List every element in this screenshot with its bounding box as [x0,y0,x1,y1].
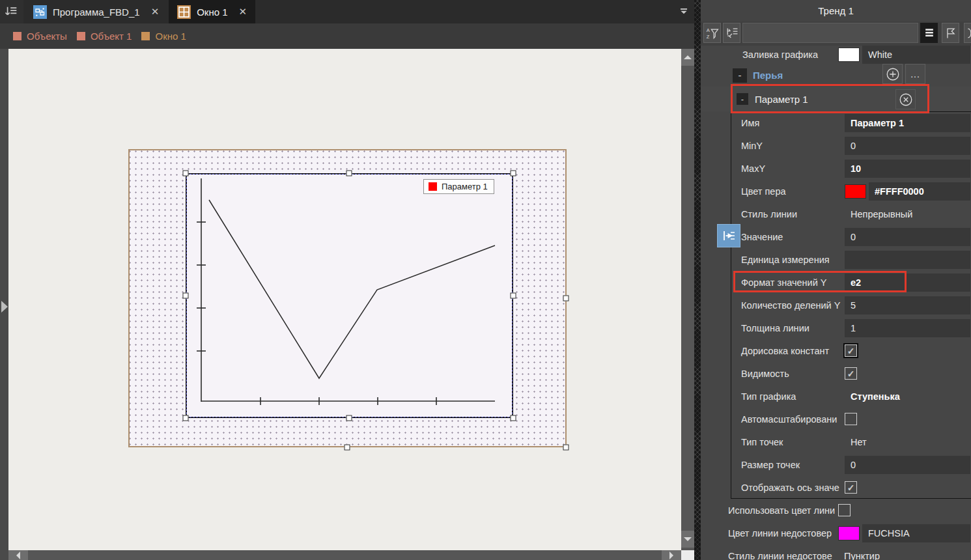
property-value-field[interactable]: 1 [845,319,970,337]
checkbox[interactable]: ✓ [845,344,857,357]
property-row: Толщина линии1 [701,316,971,339]
resize-handle[interactable] [511,415,516,421]
value-binding-button[interactable] [717,224,740,247]
collapse-button[interactable]: - [733,68,747,83]
tab-2[interactable]: Окно 1✕ [169,0,255,23]
resize-handle[interactable] [345,445,350,451]
resize-handle[interactable] [563,445,569,451]
chart-legend: Параметр 1 [423,179,494,194]
tab-close-icon[interactable]: ✕ [151,6,160,18]
property-label: Автомасштабировани [701,414,845,425]
property-value[interactable]: Ступенька [845,391,900,402]
design-canvas[interactable]: Параметр 1 [8,49,681,550]
panel-toolbar: A Z [701,21,971,46]
horizontal-scrollbar[interactable] [8,550,681,560]
tab-bar-spacer [255,0,673,23]
panel-splitter[interactable] [694,0,701,560]
left-panel-expander[interactable] [1,301,8,313]
breadcrumb-item[interactable]: Окно 1 [141,31,186,42]
fill-color-swatch[interactable] [838,48,860,62]
navigator-toggle-button[interactable] [0,0,23,23]
color-swatch[interactable] [845,184,866,199]
resize-handle[interactable] [346,415,352,421]
delete-pen-button[interactable] [895,89,916,109]
window-icon [177,5,191,19]
pens-group-label: Перья [753,70,783,81]
property-row: ИмяПараметр 1 [701,111,971,134]
checkbox[interactable]: ✓ [845,481,857,494]
pens-more-button[interactable]: ... [905,64,925,84]
triangle-down-icon [684,537,692,541]
scroll-up-button[interactable] [681,49,694,66]
breadcrumb-label: Окно 1 [155,31,186,42]
checkbox[interactable] [838,504,851,516]
property-label: Цвет пера [701,186,845,197]
property-row: MinY0 [701,134,971,157]
add-pen-button[interactable] [882,64,903,84]
property-value-field[interactable]: 0 [845,456,970,474]
tab-overflow-button[interactable] [673,0,694,23]
property-value-field[interactable] [845,251,970,269]
property-value-field[interactable]: Параметр 1 [845,114,970,132]
breadcrumb-swatch-icon [141,32,150,40]
left-panel-strip [0,49,8,560]
scrollbar-track[interactable] [28,550,662,560]
scroll-left-button[interactable] [8,550,28,560]
property-label: Видимость [701,369,845,379]
vertical-scrollbar[interactable] [681,49,694,550]
list-down-arrow-icon [5,5,19,19]
legend-label: Параметр 1 [442,182,488,191]
breadcrumb-item[interactable]: Объекты [13,31,67,42]
list-view-toggle[interactable] [920,23,938,43]
trend-chart-widget[interactable]: Параметр 1 [186,173,513,418]
property-label: Дорисовка констант [701,346,845,356]
checkbox[interactable]: ✓ [845,367,857,380]
pen-row[interactable]: - Параметр 1 [701,87,971,111]
resize-handle[interactable] [511,171,516,176]
property-value-field[interactable]: FUCHSIA [862,524,970,542]
property-value-field[interactable]: 0 [845,228,970,246]
property-label: Имя [701,118,845,128]
binding-list-button[interactable] [723,23,740,43]
tab-1[interactable]: Программа_FBD_1✕ [25,0,167,23]
panel-title: Тренд 1 [701,0,971,21]
property-value[interactable]: Нет [845,437,867,447]
property-value[interactable]: Пунктир [838,551,880,560]
properties-panel: Тренд 1 A Z [701,0,971,560]
scroll-right-button[interactable] [662,550,681,560]
resize-handle[interactable] [183,293,189,299]
panel-search-input[interactable] [742,23,918,43]
property-value-field[interactable]: 10 [845,160,970,178]
property-row: Стиль линииНепрерывный [701,203,971,225]
scroll-down-button[interactable] [681,531,694,548]
breadcrumb-item[interactable]: Объект 1 [77,31,132,42]
resize-handle[interactable] [183,415,189,421]
flag-view-button[interactable] [942,23,959,43]
extra-view-button[interactable] [964,23,971,43]
property-value-field[interactable]: 0 [845,137,970,155]
pens-group-header: - Перья ... [701,64,971,87]
property-row: Автомасштабировани [701,408,971,430]
resize-handle[interactable] [183,171,189,176]
tab-close-icon[interactable]: ✕ [239,6,247,18]
property-value-field[interactable]: 5 [845,296,970,315]
svg-text:A: A [706,27,710,33]
property-row-fill: Заливка графика White [701,46,971,64]
checkbox[interactable] [845,413,857,425]
breadcrumb-swatch-icon [13,32,21,40]
svg-text:Z: Z [706,33,709,39]
fill-color-value[interactable]: White [862,46,970,64]
collapse-button[interactable]: - [737,93,748,105]
resize-handle[interactable] [511,293,516,299]
property-row: Отображать ось значе✓ [701,476,971,499]
property-value-field[interactable]: #FFFF0000 [869,182,970,201]
resize-handle[interactable] [346,171,352,176]
property-value-field[interactable]: e2 [845,273,970,292]
sort-filter-button[interactable]: A Z [703,23,721,43]
property-row: Размер точек0 [701,453,971,476]
property-row: Тип точекНет [701,430,971,453]
breadcrumb: ОбъектыОбъект 1Окно 1 [0,23,694,49]
resize-handle[interactable] [563,296,569,301]
property-value[interactable]: Непрерывный [845,209,912,219]
color-swatch[interactable] [838,526,860,540]
